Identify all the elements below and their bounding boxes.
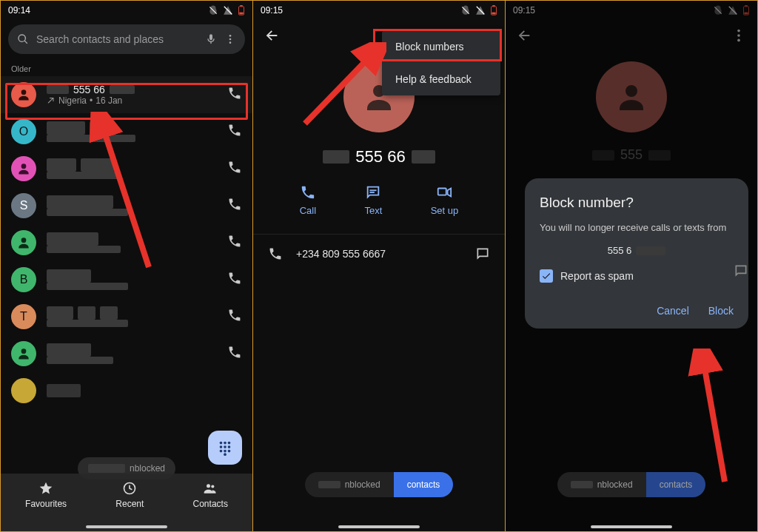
outgoing-icon xyxy=(47,96,56,105)
action-text[interactable]: Text xyxy=(364,184,382,216)
call-row[interactable]: O xyxy=(1,113,252,150)
detail-phone-row[interactable]: +234 809 555 6667 xyxy=(253,234,505,273)
action-setup[interactable]: Set up xyxy=(431,184,459,216)
avatar-icon xyxy=(11,230,36,255)
nav-recent[interactable]: Recent xyxy=(115,481,144,509)
battery-icon xyxy=(490,5,497,16)
avatar-letter: S xyxy=(11,193,36,218)
search-icon xyxy=(17,33,29,45)
call-row[interactable]: B xyxy=(1,261,252,298)
svg-point-12 xyxy=(228,442,231,445)
svg-point-6 xyxy=(21,90,27,95)
contact-actions: Call Text Set up xyxy=(275,184,483,216)
svg-point-16 xyxy=(220,450,223,453)
call-row-highlighted[interactable]: 555 66 Nigeria • 16 Jan xyxy=(1,76,252,113)
nav-favourites[interactable]: Favourites xyxy=(25,481,67,509)
toast-unblocked: nblocked xyxy=(557,472,646,497)
call-row[interactable]: S xyxy=(1,187,252,224)
svg-point-19 xyxy=(224,453,227,456)
svg-point-18 xyxy=(228,450,231,453)
search-bar[interactable]: Search contacts and places xyxy=(8,24,245,54)
action-call[interactable]: Call xyxy=(300,184,316,216)
svg-point-8 xyxy=(21,238,27,243)
checkbox-checked-icon[interactable] xyxy=(540,269,553,283)
pill-contacts[interactable]: contacts xyxy=(394,472,454,497)
clock-icon xyxy=(122,481,137,496)
svg-rect-30 xyxy=(438,189,446,195)
menu-block-numbers[interactable]: Block numbers xyxy=(382,30,500,63)
more-icon[interactable] xyxy=(224,33,236,45)
avatar-letter: O xyxy=(11,119,36,144)
battery-icon xyxy=(238,5,245,16)
call-button[interactable] xyxy=(227,86,242,104)
menu-help-feedback[interactable]: Help & feedback xyxy=(382,63,500,95)
dnd-icon xyxy=(460,5,471,16)
screen-recent-calls: 09:14 Search contacts and places Older 5… xyxy=(0,0,253,532)
call-button[interactable] xyxy=(227,123,242,141)
signal-icon xyxy=(223,5,233,16)
svg-rect-26 xyxy=(492,5,495,7)
back-button[interactable] xyxy=(264,27,280,47)
call-info: 555 66 Nigeria • 16 Jan xyxy=(47,84,217,106)
detail-number: +234 809 555 6667 xyxy=(296,248,386,260)
svg-point-3 xyxy=(229,35,232,37)
call-row[interactable] xyxy=(1,372,252,409)
dialog-cancel[interactable]: Cancel xyxy=(657,305,689,317)
avatar-icon xyxy=(11,82,36,107)
svg-point-4 xyxy=(229,38,232,41)
call-row[interactable] xyxy=(1,150,252,187)
search-placeholder: Search contacts and places xyxy=(36,33,198,45)
dnd-icon xyxy=(208,5,218,16)
avatar-letter xyxy=(11,378,36,403)
people-icon xyxy=(203,481,218,496)
call-row[interactable] xyxy=(1,335,252,372)
phone-icon xyxy=(268,246,283,261)
svg-point-9 xyxy=(21,349,27,354)
avatar-icon xyxy=(11,341,36,366)
dialog-block[interactable]: Block xyxy=(708,305,734,317)
home-indicator[interactable] xyxy=(338,525,420,528)
svg-point-15 xyxy=(228,445,231,448)
home-indicator[interactable] xyxy=(86,525,167,528)
bottom-nav: Favourites Recent Contacts xyxy=(1,474,252,531)
call-button[interactable] xyxy=(227,308,242,326)
screen-contact-menu: 09:15 555 66 Call Text Set up +234 809 5… xyxy=(253,0,506,532)
svg-point-14 xyxy=(224,445,227,448)
call-button[interactable] xyxy=(227,160,242,178)
overflow-menu: Block numbers Help & feedback xyxy=(382,30,500,95)
avatar-letter: B xyxy=(11,267,36,292)
call-row[interactable]: T xyxy=(1,298,252,335)
message-icon[interactable] xyxy=(475,246,490,261)
message-icon xyxy=(734,263,748,281)
call-button[interactable] xyxy=(227,345,242,363)
svg-rect-1 xyxy=(239,13,243,15)
mic-icon[interactable] xyxy=(205,33,217,45)
bottom-pills: nblocked contacts xyxy=(506,472,757,497)
call-row[interactable] xyxy=(1,224,252,261)
svg-point-11 xyxy=(224,442,227,445)
contact-number: 555 66 xyxy=(253,147,505,166)
clock: 09:14 xyxy=(8,5,30,16)
toast-unblocked: nblocked xyxy=(305,472,394,497)
nav-contacts[interactable]: Contacts xyxy=(193,481,228,509)
dialog-body: You will no longer receive calls or text… xyxy=(540,221,734,235)
call-button[interactable] xyxy=(227,271,242,289)
svg-rect-2 xyxy=(240,5,243,7)
status-bar: 09:15 xyxy=(253,1,505,20)
svg-point-22 xyxy=(211,485,214,488)
call-button[interactable] xyxy=(227,197,242,215)
section-older: Older xyxy=(1,61,252,76)
call-button[interactable] xyxy=(227,234,242,252)
signal-icon xyxy=(475,5,486,16)
report-spam-row[interactable]: Report as spam xyxy=(540,269,734,283)
dialog-title: Block number? xyxy=(540,195,734,211)
dialpad-fab[interactable] xyxy=(208,431,242,465)
avatar-icon xyxy=(11,156,36,181)
avatar-letter: T xyxy=(11,304,36,329)
home-indicator[interactable] xyxy=(591,525,672,528)
clock: 09:15 xyxy=(261,5,283,16)
svg-point-7 xyxy=(21,164,27,169)
svg-point-10 xyxy=(220,442,223,445)
pill-contacts[interactable]: contacts xyxy=(646,472,706,497)
dialog-number: 555 6 xyxy=(540,245,734,256)
